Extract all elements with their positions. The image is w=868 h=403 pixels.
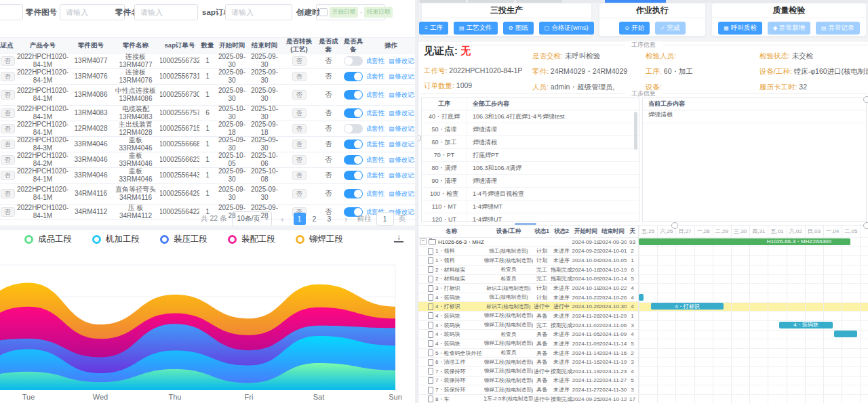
gantt-cell: 2024-10-12 <box>599 395 627 403</box>
legend-item[interactable]: 成品工段 <box>24 234 72 245</box>
modify-record-link[interactable]: ▤修改记录 <box>389 190 415 198</box>
suitability-link[interactable]: ⌂成套性 <box>367 109 384 117</box>
suitability-link[interactable]: ⌂成套性 <box>367 156 384 164</box>
suitability-link[interactable]: ⌂成套性 <box>367 190 384 198</box>
equipped-toggle[interactable] <box>344 108 363 118</box>
gantt-row[interactable]: 4・装码块铆焊工段(核电制造部)具备未进序2024-11-282024-11-2… <box>418 312 639 321</box>
gantt-row[interactable]: 7・装保持环铆焊工段(核电制造部)具备未进序2024-11-222024-11-… <box>418 377 639 386</box>
gantt-row[interactable]: 3・打标识标识工(核电制造部)计划未进序2024-10-182024-10-22… <box>418 284 639 293</box>
button-开始[interactable]: ⊙开始 <box>619 22 650 35</box>
goto-page-input[interactable] <box>376 212 394 226</box>
legend-item[interactable]: 装配工段 <box>228 234 275 245</box>
part-name-input[interactable] <box>134 4 198 20</box>
date-checkbox[interactable] <box>319 8 328 16</box>
button-图纸[interactable]: ⚙图纸 <box>503 22 534 35</box>
gantt-row[interactable]: 4・装码块铆焊工段(核电制造部)完工按期完成2024-11-022024-11-… <box>418 321 639 331</box>
step-row[interactable]: 90・清理焊缝清理 <box>422 175 639 188</box>
gantt-bar-4・打标识[interactable]: 4・打标识 <box>651 303 724 310</box>
gantt-name-cell: 4・装码块 <box>418 330 484 339</box>
gantt-bar-H1026-66-3・MHZ2A6300[interactable]: H1026-66-3・MHZ2A6300 <box>639 238 850 245</box>
modify-record-link[interactable]: ▤修改记录 <box>389 57 415 65</box>
button-完成[interactable]: ✓完成 <box>655 22 686 35</box>
page-button[interactable]: 3 <box>323 213 336 225</box>
modify-record-link[interactable]: ▤修改记录 <box>389 91 415 99</box>
equipped-toggle[interactable] <box>344 140 363 149</box>
step-row[interactable]: 40・打底焊106.3和106.4打底焊1-4号焊缝test <box>422 110 639 123</box>
pagination-bar: 共 22 条 10条/页 ‹ 123 › 前往 页 <box>0 211 406 226</box>
modify-record-link[interactable]: ▤修改记录 <box>389 109 415 117</box>
equipped-toggle[interactable] <box>344 124 363 133</box>
button-合格证(wms)[interactable]: ▢合格证(wms) <box>539 22 594 35</box>
suitability-link[interactable]: ⌂成套性 <box>367 171 384 179</box>
date-end-placeholder[interactable]: 结束日期 <box>364 7 393 18</box>
resize-handle[interactable] <box>863 96 868 103</box>
legend-item[interactable]: 铆焊工段 <box>296 234 343 245</box>
clipped-filter-input[interactable] <box>0 4 23 20</box>
equipped-toggle[interactable] <box>344 189 363 198</box>
page-button[interactable]: 1 <box>294 213 306 225</box>
modify-record-link[interactable]: ▤修改记录 <box>389 125 415 133</box>
collapse-icon[interactable]: − <box>420 238 427 245</box>
gantt-row[interactable]: 4・打标识标识工(核电制造部)进行中进行中2024-10-262024-10-3… <box>418 302 639 312</box>
step-row[interactable]: 80・满焊106.3和106.4满焊 <box>422 162 639 175</box>
modify-record-link[interactable]: ▤修改记录 <box>389 156 415 164</box>
step-row[interactable]: 60・加工焊缝清根 <box>422 136 639 149</box>
prev-page-button[interactable]: ‹ <box>277 213 289 225</box>
gantt-row[interactable]: 5・检查码全块外径检查员具备未进序2024-11-142024-11-162 <box>418 349 639 358</box>
gantt-row[interactable]: 6・清理工件铆焊工段(核电制造部)具备未进序2024-11-162024-11-… <box>418 358 639 367</box>
button-工序[interactable]: ≡工序 <box>419 22 448 35</box>
equipped-toggle[interactable] <box>344 171 363 180</box>
next-page-button[interactable]: › <box>340 213 353 225</box>
suitability-link[interactable]: ⌂成套性 <box>367 125 384 133</box>
modify-record-link[interactable]: ▤修改记录 <box>389 72 415 81</box>
gantt-row[interactable]: 2・材料核实检查员完工拖期完成2024-10-092024-10-145 <box>418 275 639 284</box>
gantt-row[interactable]: 4・装码块检查员具备未进序2024-11-052024-11-094 <box>418 330 639 339</box>
step-row[interactable]: 70・PT打底焊PT <box>422 149 639 162</box>
modify-record-link[interactable]: ▤修改记录 <box>389 140 415 148</box>
legend-item[interactable]: 装压工段 <box>160 234 208 245</box>
convert-cell: 否 <box>281 106 317 121</box>
step-row[interactable]: 50・清理焊缝清理 <box>422 123 639 136</box>
modify-record-link[interactable]: ▤修改记录 <box>389 171 415 179</box>
suitability-link[interactable]: ⌂成套性 <box>367 91 384 99</box>
gantt-bar[interactable] <box>834 331 857 337</box>
date-start-placeholder[interactable]: 开始日期 <box>330 7 358 18</box>
steps-scrollbar[interactable] <box>634 112 637 150</box>
equipped-toggle[interactable] <box>344 56 363 66</box>
resize-handle[interactable] <box>671 222 678 229</box>
gantt-bar-4・装码块[interactable]: 4・装码块 <box>779 322 833 328</box>
resize-handle[interactable] <box>863 222 868 229</box>
gantt-row[interactable]: 1・领料铆焊工段(核电制造部)计划未进序2024-10-042024-10-05… <box>418 256 639 266</box>
step-row[interactable]: 110・MT1-4焊缝MT <box>422 200 639 213</box>
gantt-row[interactable]: 1・领料铆工(核电制造部)计划未进序2024-09-292024-10-012 <box>418 247 639 257</box>
gantt-row[interactable]: 8・车立车-2.5米(核电制造部)进行中按期完成2024-09-252024-1… <box>418 395 639 403</box>
gantt-row[interactable]: 2・材料核实检查员完工拖期完成2024-10-182024-10-190 <box>418 266 639 275</box>
gantt-row[interactable]: −H1026-66-3・MHZ2A63002024-09-182024-09-3… <box>418 238 639 247</box>
gantt-bar[interactable] <box>639 294 644 301</box>
button-异常新增[interactable]: ◆异常新增 <box>768 22 810 35</box>
gantt-row[interactable]: 7・装保持环铆焊工段(核电制造部)进行中按期完成2024-11-192024-1… <box>418 367 639 377</box>
gantt-row[interactable]: 4・装码块铆焊工段(核电制造部)具备未进序2024-11-092024-11-1… <box>418 339 639 349</box>
suitability-link[interactable]: ⌂成套性 <box>367 140 384 148</box>
gantt-row[interactable]: 4・装码块铆工(核电制造部)计划未进序2024-10-222024-10-264 <box>418 293 639 303</box>
gantt-task-table: 名称设备/工种状态1状态2开始时间结束时间天−H1026-66-3・MHZ2A6… <box>418 225 639 403</box>
created-time-range-picker[interactable]: 开始日期 - 结束日期 <box>316 4 385 20</box>
button-异常记录[interactable]: ▤异常记录 <box>816 22 860 35</box>
equipped-toggle[interactable] <box>344 155 363 165</box>
button-工艺文件[interactable]: ▤工艺文件 <box>454 22 498 35</box>
download-chart-icon[interactable]: ↓ <box>394 234 403 242</box>
page-button[interactable]: 2 <box>309 213 321 225</box>
legend-item[interactable]: 机加工段 <box>92 234 140 245</box>
witness-cell: 否 <box>0 85 15 105</box>
equipped-toggle[interactable] <box>344 72 363 81</box>
gantt-row[interactable]: 7・装保持环铆焊工段(核电制造部)具备未进序2024-11-272024-11-… <box>418 385 639 395</box>
step-process: 50・清理 <box>422 123 467 135</box>
sap-order-input[interactable] <box>225 4 292 20</box>
equipped-toggle[interactable] <box>344 90 363 100</box>
suitability-link[interactable]: ⌂成套性 <box>367 57 384 65</box>
button-呼叫质检[interactable]: ▦呼叫质检 <box>718 22 762 35</box>
step-row[interactable]: 120・UT1-4焊缝UT <box>422 213 639 222</box>
page-size-select[interactable]: 10条/页 <box>232 211 272 226</box>
suitability-link[interactable]: ⌂成套性 <box>367 72 384 81</box>
step-row[interactable]: 100・检查1-4号焊缝目视检查 <box>422 188 639 200</box>
